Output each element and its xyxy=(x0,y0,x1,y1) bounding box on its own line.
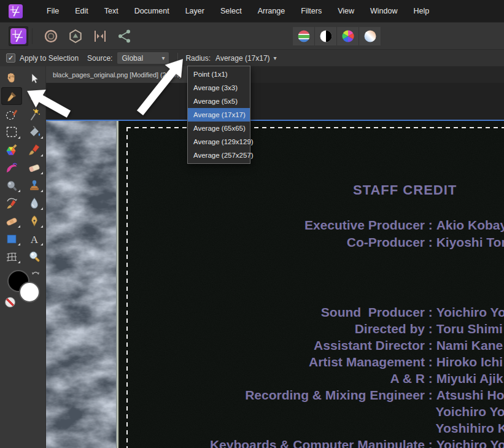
rectangle-icon xyxy=(5,232,18,245)
colour-replacement-brush-tool[interactable] xyxy=(1,141,22,158)
radius-select[interactable]: Average (17x17) ▾ xyxy=(215,54,277,63)
crop-tool[interactable] xyxy=(24,87,45,105)
eraser-tool[interactable] xyxy=(24,158,45,176)
credit-name: Nami Kane xyxy=(436,338,503,355)
source-select[interactable]: Global ▾ xyxy=(117,52,169,64)
flood-select-tool[interactable] xyxy=(24,105,45,123)
auto-contrast-button[interactable] xyxy=(315,27,336,45)
radius-label: Radius: xyxy=(185,54,211,63)
clone-stamp-tool[interactable] xyxy=(24,176,45,194)
zoom-tool[interactable] xyxy=(24,247,45,265)
tools-panel: A xyxy=(0,66,46,448)
credits-block-2: Sound Producer : Yoichiro Yo Directed by… xyxy=(119,305,504,448)
radius-dropdown-option[interactable]: Average (17x17) xyxy=(188,108,250,122)
radius-dropdown-option[interactable]: Average (257x257) xyxy=(188,149,250,162)
credit-name: Yoichiro Yo xyxy=(436,404,504,421)
scanned-image: STAFF CREDIT Executive Producer : Akio K… xyxy=(46,121,504,448)
credit-role: Executive Producer xyxy=(119,218,425,235)
credit-role: Assistant Director xyxy=(119,338,425,355)
menu-item[interactable]: Layer xyxy=(177,0,212,22)
rectangle-tool[interactable] xyxy=(1,230,22,247)
view-tool[interactable] xyxy=(1,69,22,87)
credit-role: Directed by xyxy=(119,322,425,338)
text-tool[interactable]: A xyxy=(24,230,45,247)
context-toolbar-separator xyxy=(177,53,178,64)
pixel-brush-icon xyxy=(5,161,18,174)
band-aid-icon xyxy=(5,214,18,228)
menu-item[interactable]: Text xyxy=(96,0,126,22)
credit-line: Recording & Mixing Engineer : Atsushi Ho xyxy=(119,388,504,404)
smudge-tool[interactable] xyxy=(1,176,22,194)
credits-title: STAFF CREDIT xyxy=(353,182,457,198)
flood-fill-tool[interactable] xyxy=(24,123,45,141)
photo-persona-button[interactable] xyxy=(9,26,28,46)
radius-dropdown-option[interactable]: Average (5x5) xyxy=(188,95,250,108)
credit-role: Sound Producer xyxy=(119,305,425,322)
pen-nib-icon xyxy=(28,214,41,228)
credit-line: Directed by : Toru Shimi xyxy=(119,322,504,338)
undo-brush-tool[interactable] xyxy=(1,194,22,212)
credits-block-1: Executive Producer : Akio Kobay Co-Produ… xyxy=(119,218,504,252)
credit-name: Yoichiro Yo xyxy=(436,305,504,322)
menu-item[interactable]: Arrange xyxy=(250,0,293,22)
move-tool[interactable] xyxy=(24,69,45,87)
flyout-indicator xyxy=(41,136,43,139)
tone-mapping-persona-button[interactable] xyxy=(90,26,110,46)
menu-item[interactable]: Document xyxy=(126,0,177,22)
export-persona-button[interactable] xyxy=(115,26,134,46)
pixel-tool[interactable] xyxy=(1,158,22,176)
blur-tool[interactable] xyxy=(24,194,45,212)
selection-brush-tool[interactable] xyxy=(1,105,22,123)
colour-picker-tool[interactable] xyxy=(1,87,22,105)
menu-item[interactable]: Select xyxy=(212,0,250,22)
flyout-indicator xyxy=(18,243,20,245)
mesh-warp-tool[interactable] xyxy=(1,247,22,265)
radius-dropdown-option[interactable]: Average (65x65) xyxy=(188,122,250,135)
source-label: Source: xyxy=(87,54,112,63)
paint-brush-tool[interactable] xyxy=(24,141,45,158)
radius-dropdown-menu: Point (1x1)Average (3x3)Average (5x5)Ave… xyxy=(187,66,250,164)
flyout-indicator xyxy=(18,190,20,192)
marquee-tool[interactable] xyxy=(1,123,22,141)
credit-name: Atsushi Ho xyxy=(436,388,504,404)
credit-role xyxy=(119,421,425,438)
credit-line: Yoshihiro K xyxy=(119,421,504,438)
no-colour-swatch[interactable] xyxy=(5,297,15,307)
canvas[interactable]: STAFF CREDIT Executive Producer : Akio K… xyxy=(46,83,504,448)
booklet-spine-texture xyxy=(46,121,116,448)
radius-dropdown-option[interactable]: Point (1x1) xyxy=(188,68,250,81)
auto-levels-button[interactable] xyxy=(293,27,314,45)
credit-role: Co-Producer xyxy=(119,235,425,252)
marquee-icon xyxy=(5,125,18,139)
healing-brush-tool[interactable] xyxy=(1,212,22,230)
apply-to-selection-checkbox[interactable]: ✓ xyxy=(6,53,15,63)
source-select-value: Global xyxy=(122,54,143,63)
auto-white-balance-button[interactable] xyxy=(359,27,381,45)
menu-item[interactable]: Edit xyxy=(67,0,96,22)
auto-colours-button[interactable] xyxy=(337,27,359,45)
menu-item[interactable]: File xyxy=(39,0,67,22)
liquify-persona-button[interactable] xyxy=(41,26,61,46)
credit-name: Miyuki Ajik xyxy=(436,371,503,388)
paint-bucket-icon xyxy=(28,125,41,139)
swap-colours-icon[interactable] xyxy=(31,269,41,277)
affinity-photo-window: FileEditTextDocumentLayerSelectArrangeFi… xyxy=(0,0,504,448)
app-logo-icon xyxy=(9,4,23,18)
credit-name: Kiyoshi Tor xyxy=(436,235,504,252)
radius-dropdown-option[interactable]: Average (3x3) xyxy=(188,81,250,95)
menu-item[interactable]: Window xyxy=(362,0,405,22)
apply-to-selection-label: Apply to Selection xyxy=(20,54,79,63)
develop-persona-button[interactable] xyxy=(66,26,85,46)
credit-role: Recording & Mixing Engineer xyxy=(119,388,425,404)
menu-item[interactable]: Help xyxy=(406,0,438,22)
credit-line: Assistant Director : Nami Kane xyxy=(119,338,504,355)
menu-item[interactable]: View xyxy=(330,0,362,22)
menu-bar: FileEditTextDocumentLayerSelectArrangeFi… xyxy=(0,0,504,22)
radius-dropdown-option[interactable]: Average (129x129) xyxy=(188,135,250,149)
document-tab[interactable]: black_pages_original.png [Modified] (2 %… xyxy=(46,66,188,83)
pen-tool[interactable] xyxy=(24,212,45,230)
foreground-colour-swatch[interactable] xyxy=(19,282,40,303)
credit-role: Keyboards & Computer Manipulate xyxy=(119,438,425,448)
credit-name: Akio Kobay xyxy=(436,218,504,235)
menu-item[interactable]: Filters xyxy=(293,0,330,22)
